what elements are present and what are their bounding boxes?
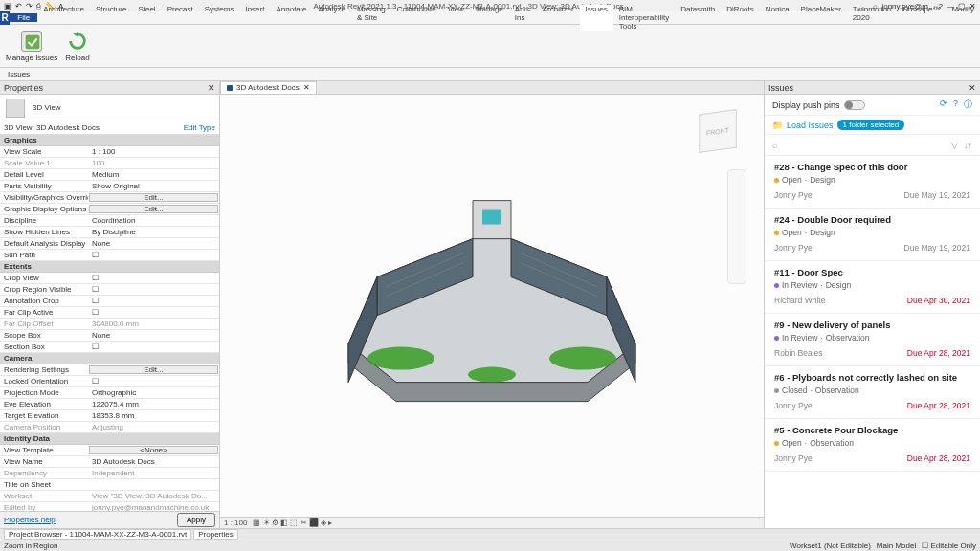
- prop-row[interactable]: Title on Sheet: [0, 479, 219, 491]
- prop-row[interactable]: Rendering SettingsEdit...: [0, 364, 219, 376]
- tab-close-icon[interactable]: ✕: [303, 83, 310, 92]
- prop-row[interactable]: Show Hidden LinesBy Discipline: [0, 227, 219, 238]
- prop-row[interactable]: DependencyIndependent: [0, 468, 219, 479]
- prop-value[interactable]: [88, 307, 219, 318]
- refresh-icon[interactable]: ⟳: [940, 99, 947, 111]
- properties-tab[interactable]: Properties: [193, 529, 237, 540]
- issue-card[interactable]: #6 - Plyboards not correctly lashed on s…: [765, 366, 980, 419]
- issue-card[interactable]: #9 - New delivery of panelsIn Review · O…: [765, 314, 980, 366]
- tab-collaborate[interactable]: Collaborate: [391, 5, 442, 31]
- prop-row[interactable]: Scale Value 1:100: [0, 158, 219, 169]
- load-issues-link[interactable]: Load Issues: [787, 121, 834, 130]
- tab-architecture[interactable]: Architecture: [37, 5, 90, 31]
- prop-edit-button[interactable]: <None>: [89, 446, 218, 454]
- prop-value[interactable]: None: [88, 330, 219, 341]
- type-selector[interactable]: 3D View: [0, 95, 219, 121]
- close-icon[interactable]: ✕: [208, 83, 215, 93]
- prop-value[interactable]: Medium: [88, 169, 219, 180]
- prop-row[interactable]: Edited byjonny.pye@manandmachine.co.uk: [0, 502, 219, 511]
- tab-analyze[interactable]: Analyze: [312, 5, 350, 31]
- prop-row[interactable]: Detail LevelMedium: [0, 169, 219, 181]
- prop-row[interactable]: View Scale1 : 100: [0, 146, 219, 158]
- edit-type-button[interactable]: Edit Type: [184, 123, 215, 132]
- prop-value[interactable]: By Discipline: [88, 227, 219, 237]
- tab-archilizer[interactable]: Archilizer: [537, 5, 580, 31]
- tab-structure[interactable]: Structure: [90, 5, 132, 31]
- save-icon[interactable]: ▣: [4, 2, 11, 11]
- prop-value[interactable]: 3D Autodesk Docs: [88, 456, 219, 467]
- section-extents[interactable]: Extents: [0, 261, 219, 273]
- scale-label[interactable]: 1 : 100: [224, 518, 247, 527]
- manage-issues-button[interactable]: Manage Issues: [6, 31, 57, 62]
- prop-value[interactable]: None: [88, 238, 219, 249]
- prop-row[interactable]: Scope BoxNone: [0, 330, 219, 342]
- tab-bim-interoperability-tools[interactable]: BIM Interoperability Tools: [613, 5, 675, 31]
- issue-card[interactable]: #11 - Door SpecIn Review · DesignRichard…: [765, 261, 980, 314]
- view-tab-active[interactable]: 3D Autodesk Docs ✕: [220, 81, 317, 95]
- prop-edit-button[interactable]: Edit...: [89, 193, 218, 202]
- model-label[interactable]: Main Model: [877, 541, 916, 550]
- prop-row[interactable]: DisciplineCoordination: [0, 215, 219, 227]
- tab-modify[interactable]: Modify: [946, 5, 980, 31]
- redo-icon[interactable]: ↷: [26, 2, 33, 11]
- pushpins-toggle[interactable]: [844, 100, 865, 110]
- reload-button[interactable]: Reload: [65, 31, 89, 62]
- section-identity[interactable]: Identity Data: [0, 433, 219, 445]
- prop-value[interactable]: [88, 273, 219, 283]
- prop-row[interactable]: Annotation Crop: [0, 296, 219, 307]
- undo-icon[interactable]: ↶: [15, 2, 22, 11]
- prop-row[interactable]: Target Elevation18353.8 mm: [0, 410, 219, 422]
- prop-row[interactable]: Far Clip Active: [0, 307, 219, 319]
- prop-value[interactable]: Independent: [88, 468, 219, 478]
- help-icon[interactable]: ?: [953, 99, 958, 111]
- tab-insert[interactable]: Insert: [239, 5, 270, 31]
- prop-value[interactable]: 1 : 100: [88, 146, 219, 157]
- editable-only-check[interactable]: ☐ Editable Only: [922, 541, 976, 550]
- prop-row[interactable]: View Name3D Autodesk Docs: [0, 456, 219, 468]
- tab-nonica[interactable]: Nonica: [760, 5, 795, 31]
- tab-file[interactable]: File: [10, 13, 37, 22]
- info-icon[interactable]: ⓘ: [964, 99, 972, 111]
- viewport[interactable]: FRONT: [220, 95, 764, 517]
- tab-steel[interactable]: Steel: [132, 5, 161, 31]
- prop-row[interactable]: Parts VisibilityShow Original: [0, 181, 219, 192]
- prop-value[interactable]: 100: [88, 158, 219, 168]
- view-cube[interactable]: FRONT: [693, 106, 746, 160]
- issue-card[interactable]: #5 - Concrete Pour BlockageOpen · Observ…: [765, 419, 980, 472]
- prop-value[interactable]: Coordination: [88, 215, 219, 226]
- prop-value[interactable]: Show Original: [88, 181, 219, 191]
- tab-datasmith[interactable]: Datasmith: [675, 5, 721, 31]
- prop-edit-button[interactable]: Edit...: [89, 365, 218, 374]
- tab-placemaker[interactable]: PlaceMaker: [795, 5, 847, 31]
- section-camera[interactable]: Camera: [0, 353, 219, 364]
- prop-row[interactable]: Section Box: [0, 342, 219, 353]
- prop-row[interactable]: Locked Orientation: [0, 376, 219, 387]
- search-icon[interactable]: ⌕: [772, 141, 777, 150]
- workset-label[interactable]: Workset1 (Not Editable): [790, 541, 871, 550]
- prop-value[interactable]: 18353.8 mm: [88, 410, 219, 421]
- prop-value[interactable]: [88, 376, 219, 386]
- tab-systems[interactable]: Systems: [199, 5, 240, 31]
- prop-row[interactable]: Crop View: [0, 273, 219, 284]
- prop-row[interactable]: Camera PositionAdjusting: [0, 422, 219, 433]
- issue-card[interactable]: #28 - Change Spec of this doorOpen · Des…: [765, 156, 980, 209]
- prop-value[interactable]: Adjusting: [88, 422, 219, 432]
- prop-row[interactable]: Visibility/Graphics OverridesEdit...: [0, 192, 219, 204]
- tab-issues[interactable]: Issues: [580, 5, 613, 31]
- prop-row[interactable]: Far Clip Offset304800.0 mm: [0, 319, 219, 330]
- tab-add-ins[interactable]: Add-Ins: [509, 5, 537, 31]
- apply-button[interactable]: Apply: [177, 513, 215, 527]
- tab-precast[interactable]: Precast: [162, 5, 199, 31]
- project-browser-tab[interactable]: Project Browser - 11004-MAM-XX-ZZ-M3-A-0…: [4, 529, 191, 540]
- prop-row[interactable]: Default Analysis Display StyleNone: [0, 238, 219, 250]
- close-icon[interactable]: ✕: [969, 83, 976, 93]
- prop-row[interactable]: Graphic Display OptionsEdit...: [0, 204, 219, 215]
- prop-value[interactable]: [88, 479, 219, 490]
- prop-value[interactable]: [88, 284, 219, 295]
- prop-edit-button[interactable]: Edit...: [89, 205, 218, 213]
- prop-value[interactable]: View "3D View: 3D Autodesk Do...: [88, 491, 219, 501]
- prop-value[interactable]: 304800.0 mm: [88, 319, 219, 329]
- prop-value[interactable]: [88, 342, 219, 352]
- tab-annotate[interactable]: Annotate: [270, 5, 312, 31]
- prop-value[interactable]: 122075.4 mm: [88, 399, 219, 409]
